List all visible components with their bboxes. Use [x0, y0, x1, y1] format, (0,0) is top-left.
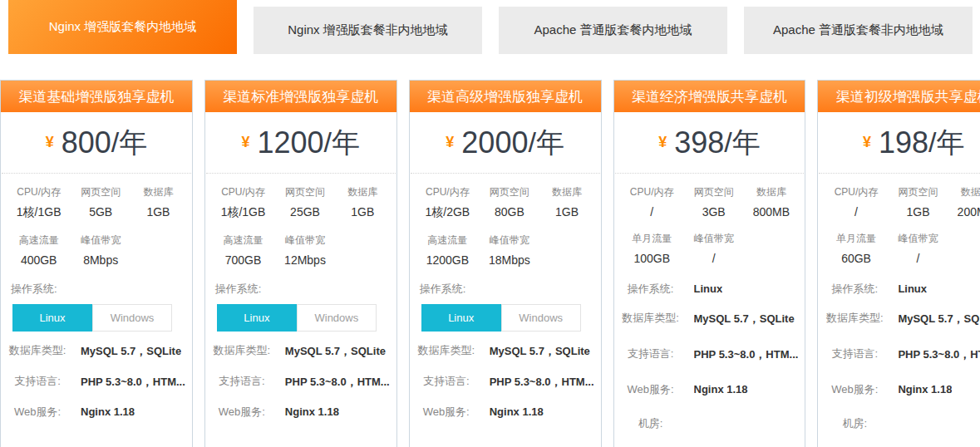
detail-languages: 支持语言:PHP 5.3~8.0，HTM...: [818, 346, 980, 362]
spec-database: 数据库1GB: [337, 185, 388, 220]
detail-web-service: Web服务:Nginx 1.18: [205, 405, 396, 419]
plan-price: ¥ 800 /年: [2, 112, 191, 174]
detail-db-type: 数据库类型:MySQL 5.7，SQLite: [1, 343, 192, 359]
currency-symbol: ¥: [658, 134, 667, 151]
spec-cpu: CPU/内存1核/2GB: [418, 185, 477, 220]
currency-symbol: ¥: [446, 134, 454, 151]
detail-languages: 支持语言:PHP 5.3~8.0，HTM...: [1, 374, 192, 390]
tab-apache-normal-nonmainland[interactable]: Apache 普通版套餐非内地地域: [744, 7, 973, 54]
plan-title: 渠道高级增强版独享虚机: [410, 81, 601, 112]
detail-web-service: Web服务:Nginx 1.18: [1, 405, 192, 419]
spec-bandwidth: 峰值带宽12Mbps: [273, 233, 337, 267]
price-unit: /年: [724, 124, 760, 162]
spec-webspace: 网页空间3GB: [682, 185, 746, 219]
plan-title: 渠道初级增强版共享虚机: [818, 81, 980, 112]
plan-card-economy: 渠道经济增强版共享虚机 ¥ 398 /年 CPU/内存/ 网页空间3GB 数据库…: [613, 80, 806, 447]
plan-price: ¥ 2000 /年: [411, 112, 600, 174]
detail-db-type: 数据库类型:MySQL 5.7，SQLite: [818, 311, 980, 327]
spec-cpu: CPU/内存1核/1GB: [9, 185, 68, 220]
os-label: 操作系统:: [215, 282, 396, 297]
spec-webspace: 网页空间5GB: [68, 185, 133, 220]
spec-bandwidth: 峰值带宽/: [886, 232, 951, 265]
spec-cpu: CPU/内存1核/1GB: [214, 185, 273, 220]
spec-database: 数据库1GB: [133, 185, 184, 220]
detail-db-type: 数据库类型:MySQL 5.7，SQLite: [410, 343, 601, 359]
plan-card-entry: 渠道初级增强版共享虚机 ¥ 198 /年 CPU/内存/ 网页空间1GB 数据库…: [817, 80, 980, 447]
detail-os: 操作系统:Linux: [818, 282, 980, 296]
spec-database: 数据库800MB: [746, 185, 797, 219]
os-label: 操作系统:: [11, 282, 192, 297]
spec-grid: CPU/内存1核/1GB 网页空间25GB 数据库1GB 高速流量700GB 峰…: [205, 174, 396, 272]
detail-datacenter: 机房:: [818, 416, 980, 430]
tab-nginx-enhanced-nonmainland[interactable]: Nginx 增强版套餐非内地地域: [254, 7, 482, 54]
os-option-linux[interactable]: Linux: [217, 304, 297, 332]
price-unit: /年: [928, 124, 964, 162]
spec-bandwidth: 峰值带宽18Mbps: [477, 233, 542, 267]
os-option-windows[interactable]: Windows: [501, 304, 581, 332]
tab-apache-normal-mainland[interactable]: Apache 普通版套餐内地地域: [499, 7, 727, 54]
spec-bandwidth: 峰值带宽8Mbps: [68, 233, 133, 267]
price-value: 398: [674, 125, 724, 160]
detail-web-service: Web服务:Nginx 1.18: [818, 382, 980, 396]
detail-db-type: 数据库类型:MySQL 5.7，SQLite: [614, 311, 805, 327]
spec-webspace: 网页空间25GB: [273, 185, 337, 220]
os-option-windows[interactable]: Windows: [297, 304, 377, 332]
os-label: 操作系统:: [420, 282, 601, 297]
price-value: 1200: [258, 125, 324, 160]
spec-database: 数据库1GB: [542, 185, 593, 220]
os-option-linux[interactable]: Linux: [12, 304, 92, 332]
plan-tabs: Nginx 增强版套餐内地地域 Nginx 增强版套餐非内地地域 Apache …: [0, 0, 980, 54]
plan-title: 渠道标准增强版独享虚机: [205, 81, 396, 112]
plan-card-advanced: 渠道高级增强版独享虚机 ¥ 2000 /年 CPU/内存1核/2GB 网页空间8…: [409, 80, 602, 447]
spec-traffic: 单月流量100GB: [623, 232, 682, 265]
spec-grid: CPU/内存1核/1GB 网页空间5GB 数据库1GB 高速流量400GB 峰值…: [1, 174, 192, 272]
spec-cpu: CPU/内存/: [826, 185, 885, 219]
plan-card-basic: 渠道基础增强版独享虚机 ¥ 800 /年 CPU/内存1核/1GB 网页空间5G…: [0, 80, 193, 447]
os-toggle: Linux Windows: [421, 304, 601, 332]
spec-cpu: CPU/内存/: [623, 185, 682, 219]
spec-bandwidth: 峰值带宽/: [682, 232, 746, 265]
plan-cards: 渠道基础增强版独享虚机 ¥ 800 /年 CPU/内存1核/1GB 网页空间5G…: [0, 80, 980, 447]
os-option-windows[interactable]: Windows: [92, 304, 172, 332]
price-unit: /年: [528, 124, 564, 162]
spec-traffic: 单月流量60GB: [826, 232, 885, 265]
os-option-linux[interactable]: Linux: [421, 304, 501, 332]
detail-os: 操作系统:Linux: [614, 282, 805, 296]
detail-db-type: 数据库类型:MySQL 5.7，SQLite: [205, 343, 396, 359]
plan-price: ¥ 398 /年: [615, 112, 805, 174]
detail-languages: 支持语言:PHP 5.3~8.0，HTM...: [205, 374, 396, 390]
price-value: 800: [62, 125, 111, 160]
spec-grid: CPU/内存/ 网页空间3GB 数据库800MB 单月流量100GB 峰值带宽/: [614, 174, 805, 270]
plan-price: ¥ 198 /年: [819, 112, 980, 174]
price-unit: /年: [111, 124, 147, 162]
spec-grid: CPU/内存/ 网页空间1GB 数据库200MB 单月流量60GB 峰值带宽/: [818, 174, 980, 270]
detail-languages: 支持语言:PHP 5.3~8.0，HTM...: [410, 374, 601, 390]
plan-price: ¥ 1200 /年: [206, 112, 396, 174]
spec-database: 数据库200MB: [950, 185, 980, 219]
price-value: 198: [879, 125, 928, 160]
detail-datacenter: 机房:: [614, 416, 805, 430]
plan-card-standard: 渠道标准增强版独享虚机 ¥ 1200 /年 CPU/内存1核/1GB 网页空间2…: [204, 80, 397, 447]
currency-symbol: ¥: [241, 134, 249, 151]
detail-web-service: Web服务:Nginx 1.18: [614, 382, 805, 396]
currency-symbol: ¥: [46, 134, 54, 151]
plan-title: 渠道经济增强版共享虚机: [614, 81, 805, 112]
spec-grid: CPU/内存1核/2GB 网页空间80GB 数据库1GB 高速流量1200GB …: [410, 174, 601, 272]
plan-title: 渠道基础增强版独享虚机: [1, 81, 192, 112]
detail-web-service: Web服务:Nginx 1.18: [410, 405, 601, 419]
os-toggle: Linux Windows: [12, 304, 192, 332]
spec-webspace: 网页空间1GB: [886, 185, 951, 219]
detail-languages: 支持语言:PHP 5.3~8.0，HTM...: [614, 346, 805, 362]
tab-nginx-enhanced-mainland[interactable]: Nginx 增强版套餐内地地域: [8, 0, 237, 54]
spec-webspace: 网页空间80GB: [477, 185, 542, 220]
spec-traffic: 高速流量1200GB: [418, 233, 477, 267]
price-unit: /年: [324, 124, 360, 162]
spec-traffic: 高速流量700GB: [214, 233, 273, 267]
spec-traffic: 高速流量400GB: [9, 233, 68, 267]
os-toggle: Linux Windows: [217, 304, 396, 332]
price-value: 2000: [461, 125, 528, 160]
currency-symbol: ¥: [863, 134, 871, 151]
